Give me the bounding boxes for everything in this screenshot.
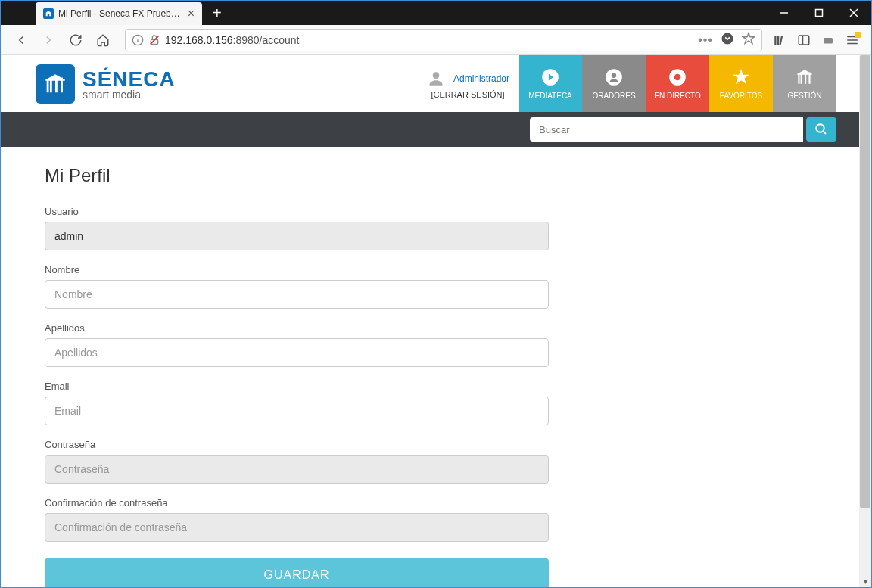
tab-title: Mi Perfil - Seneca FX Prueba (S	[58, 8, 183, 19]
library-icon[interactable]	[773, 33, 786, 47]
nav-oradores[interactable]: ORADORES	[582, 55, 646, 112]
scrollbar-thumb[interactable]	[860, 55, 870, 508]
menu-button[interactable]	[846, 33, 859, 47]
user-name-link[interactable]: Administrador	[453, 73, 509, 84]
svg-point-23	[674, 74, 681, 81]
minimize-button[interactable]	[767, 1, 802, 25]
svg-rect-11	[780, 35, 783, 44]
forward-button[interactable]	[37, 29, 60, 51]
tab-favicon	[43, 8, 54, 19]
usuario-label: Usuario	[45, 206, 549, 217]
url-text: 192.168.0.156:8980/account	[165, 34, 300, 46]
nav-mediateca-label: MEDIATECA	[528, 92, 572, 100]
content: Mi Perfil Usuario Nombre Apellidos Email	[1, 147, 584, 587]
titlebar: Mi Perfil - Seneca FX Prueba (S × +	[1, 1, 871, 25]
new-tab-button[interactable]: +	[213, 5, 222, 22]
brand-tagline: smart media	[83, 89, 176, 101]
nombre-label: Nombre	[45, 264, 549, 275]
nav-favoritos-label: FAVORITOS	[720, 92, 762, 100]
logo[interactable]: SÉNECA smart media	[36, 55, 417, 112]
tab-close-icon[interactable]: ×	[188, 7, 195, 20]
page-title: Mi Perfil	[45, 165, 549, 186]
extension-icon[interactable]	[821, 33, 835, 47]
nav-tiles: MEDIATECA ORADORES EN DIRECTO FAVORITOS	[519, 55, 836, 112]
scroll-down-arrow[interactable]: ▾	[859, 575, 871, 587]
apellidos-field[interactable]	[45, 338, 549, 367]
url-bar[interactable]: 192.168.0.156:8980/account •••	[125, 29, 762, 51]
close-window-button[interactable]	[836, 1, 871, 25]
nav-mediateca[interactable]: MEDIATECA	[519, 55, 582, 112]
reload-button[interactable]	[64, 29, 87, 51]
nombre-field[interactable]	[45, 280, 549, 309]
maximize-button[interactable]	[802, 1, 836, 25]
usuario-field	[45, 222, 549, 250]
user-info: Administrador [CERRAR SESIÓN]	[417, 55, 519, 112]
back-button[interactable]	[10, 29, 33, 51]
site-header: SÉNECA smart media Administrador [CERRAR…	[1, 55, 871, 112]
email-field[interactable]	[45, 397, 549, 425]
nav-directo[interactable]: EN DIRECTO	[646, 55, 709, 112]
browser-tab[interactable]: Mi Perfil - Seneca FX Prueba (S ×	[36, 2, 202, 25]
logo-icon	[36, 64, 75, 104]
nav-gestion-label: GESTIÓN	[787, 92, 821, 100]
nav-gestion[interactable]: GESTIÓN	[773, 55, 836, 112]
svg-rect-14	[824, 38, 833, 44]
svg-point-18	[433, 72, 440, 79]
svg-rect-12	[799, 36, 809, 45]
bookmark-icon[interactable]	[742, 32, 755, 48]
page-actions-icon[interactable]: •••	[698, 33, 713, 47]
svg-rect-1	[816, 10, 823, 17]
svg-line-25	[823, 131, 826, 134]
pocket-icon[interactable]	[721, 32, 734, 48]
vertical-scrollbar[interactable]: ▾	[859, 55, 871, 587]
nav-directo-label: EN DIRECTO	[654, 92, 701, 100]
browser-toolbar: 192.168.0.156:8980/account •••	[1, 25, 871, 55]
window-controls	[767, 1, 871, 25]
nav-favoritos[interactable]: FAVORITOS	[709, 55, 773, 112]
insecure-icon	[148, 34, 160, 46]
nav-oradores-label: ORADORES	[592, 92, 635, 100]
contrasena-field[interactable]	[45, 455, 549, 484]
save-button[interactable]: GUARDAR	[45, 558, 549, 587]
confirmacion-field[interactable]	[45, 513, 549, 542]
info-icon[interactable]	[132, 34, 144, 46]
confirmacion-label: Confirmación de contraseña	[45, 497, 549, 509]
notification-badge	[855, 32, 861, 38]
logout-link[interactable]: [CERRAR SESIÓN]	[431, 90, 504, 99]
svg-point-24	[816, 124, 824, 132]
svg-rect-10	[777, 36, 779, 45]
search-bar	[1, 112, 871, 147]
email-label: Email	[45, 381, 549, 392]
search-button[interactable]	[806, 117, 836, 142]
sidebar-icon[interactable]	[797, 33, 811, 47]
search-input[interactable]	[530, 117, 803, 142]
avatar-icon	[426, 69, 446, 89]
home-button[interactable]	[92, 29, 114, 51]
contrasena-label: Contraseña	[45, 439, 549, 450]
svg-rect-9	[774, 36, 776, 45]
apellidos-label: Apellidos	[45, 322, 549, 334]
svg-point-21	[612, 73, 617, 79]
